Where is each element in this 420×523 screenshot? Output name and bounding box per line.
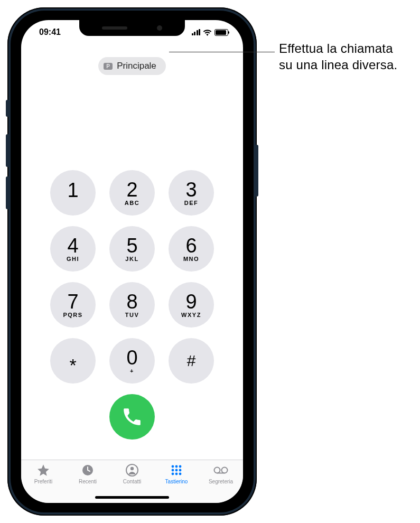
key-letters: JKL <box>125 256 138 262</box>
tab-label: Recenti <box>79 479 97 484</box>
line-label: Principale <box>117 61 156 71</box>
tab-voicemail[interactable]: Segreteria <box>205 463 237 484</box>
key-digit: # <box>187 353 196 369</box>
key-letters: PQRS <box>63 312 82 318</box>
svg-point-4 <box>175 465 178 468</box>
tab-contacts[interactable]: Contatti <box>116 463 148 484</box>
call-button[interactable] <box>109 394 155 440</box>
wifi-icon <box>203 29 212 36</box>
star-icon <box>36 463 50 477</box>
key-1[interactable]: 1 <box>50 170 96 216</box>
tab-recents[interactable]: Recenti <box>72 463 104 484</box>
home-indicator[interactable] <box>95 496 169 499</box>
battery-icon <box>214 29 228 36</box>
key-letters: TUV <box>125 312 139 318</box>
key-9[interactable]: 9 WXYZ <box>169 282 214 328</box>
key-letters: + <box>130 368 134 374</box>
key-digit: 3 <box>185 180 197 200</box>
key-letters: GHI <box>67 256 79 262</box>
svg-point-2 <box>130 467 134 470</box>
key-0[interactable]: 0 + <box>109 338 155 384</box>
status-time: 09:41 <box>39 27 61 37</box>
svg-point-11 <box>179 473 182 475</box>
callout-text: Effettua la chiamata su una linea divers… <box>279 40 397 73</box>
key-hash[interactable]: # <box>169 338 214 384</box>
callout-leader <box>169 52 275 52</box>
line-badge: P <box>104 63 113 70</box>
key-digit: 1 <box>67 180 78 200</box>
tab-favorites[interactable]: Preferiti <box>27 463 59 484</box>
key-3[interactable]: 3 DEF <box>169 170 214 216</box>
key-star[interactable]: * <box>50 338 96 384</box>
key-digit: * <box>69 356 76 374</box>
key-4[interactable]: 4 GHI <box>50 226 96 272</box>
volume-down-button[interactable] <box>6 176 8 209</box>
tab-label: Tastierino <box>165 479 188 484</box>
line-selector[interactable]: P Principale <box>98 57 166 75</box>
tab-label: Preferiti <box>34 479 52 484</box>
clock-icon <box>81 463 94 477</box>
key-letters: WXYZ <box>181 312 201 318</box>
silence-switch[interactable] <box>6 100 8 117</box>
svg-point-8 <box>179 469 182 472</box>
key-letters: ABC <box>125 200 139 206</box>
key-digit: 0 <box>126 348 137 368</box>
key-digit: 4 <box>67 236 78 256</box>
voicemail-icon <box>213 463 229 477</box>
phone-icon <box>122 407 142 427</box>
keypad: 1 2 ABC 3 DEF 4 GHI <box>21 170 243 384</box>
key-digit: 7 <box>67 292 78 312</box>
tab-keypad[interactable]: Tastierino <box>161 463 192 484</box>
key-digit: 5 <box>126 236 137 256</box>
svg-point-7 <box>175 469 178 472</box>
key-letters: MNO <box>183 256 199 262</box>
key-8[interactable]: 8 TUV <box>109 282 155 328</box>
key-7[interactable]: 7 PQRS <box>50 282 96 328</box>
notch <box>79 20 185 36</box>
svg-point-5 <box>179 465 182 468</box>
svg-point-10 <box>175 473 178 475</box>
tab-label: Segreteria <box>209 479 233 484</box>
volume-up-button[interactable] <box>6 134 8 167</box>
key-digit: 8 <box>126 292 137 312</box>
svg-point-12 <box>214 468 220 473</box>
key-digit: 2 <box>126 180 137 200</box>
key-5[interactable]: 5 JKL <box>109 226 155 272</box>
front-camera-icon <box>157 25 162 31</box>
tab-label: Contatti <box>123 479 141 484</box>
phone-frame: 09:41 P Principale 1 <box>7 7 257 516</box>
key-digit: 9 <box>185 292 197 312</box>
keypad-icon <box>170 463 183 477</box>
key-digit: 6 <box>185 236 197 256</box>
speaker-icon <box>102 26 127 30</box>
key-2[interactable]: 2 ABC <box>109 170 155 216</box>
keypad-area: 1 2 ABC 3 DEF 4 GHI <box>21 75 243 460</box>
power-button[interactable] <box>256 145 258 197</box>
svg-point-3 <box>172 465 174 468</box>
key-letters: DEF <box>184 200 199 206</box>
screen: 09:41 P Principale 1 <box>21 20 243 503</box>
key-6[interactable]: 6 MNO <box>169 226 214 272</box>
svg-point-9 <box>172 473 174 475</box>
svg-point-6 <box>172 469 174 472</box>
svg-point-13 <box>222 468 228 473</box>
contact-icon <box>126 463 138 477</box>
cellular-signal-icon <box>192 29 201 35</box>
